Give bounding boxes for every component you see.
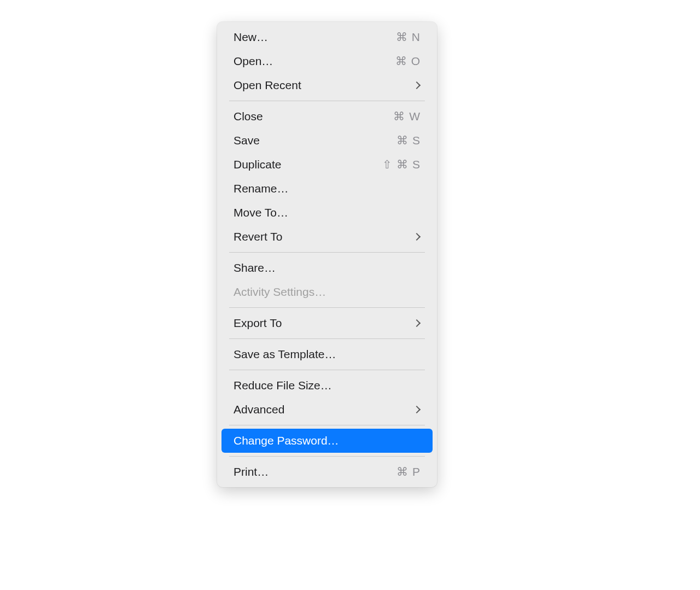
menu-item-label: Revert To bbox=[234, 230, 283, 243]
menu-item-label: Share… bbox=[234, 261, 276, 274]
menu-item-label: Duplicate bbox=[234, 158, 282, 171]
chevron-right-icon bbox=[414, 83, 421, 88]
menu-separator bbox=[229, 456, 425, 457]
menu-item-reduce-file-size[interactable]: Reduce File Size… bbox=[221, 373, 433, 398]
keyboard-shortcut: ⌘ P bbox=[396, 465, 421, 478]
menu-item-change-password[interactable]: Change Password… bbox=[221, 429, 433, 453]
menu-item-label: Export To bbox=[234, 317, 282, 330]
menu-item-label: Rename… bbox=[234, 182, 288, 195]
menu-item-close[interactable]: Close ⌘ W bbox=[221, 104, 433, 128]
menu-item-open[interactable]: Open… ⌘ O bbox=[221, 49, 433, 73]
menu-item-label: Change Password… bbox=[234, 434, 339, 447]
menu-item-open-recent[interactable]: Open Recent bbox=[221, 73, 433, 97]
menu-item-label: Open Recent bbox=[234, 79, 301, 92]
keyboard-shortcut: ⌘ O bbox=[395, 55, 421, 68]
menu-separator bbox=[229, 307, 425, 308]
keyboard-shortcut: ⌘ N bbox=[396, 31, 421, 44]
menu-separator bbox=[229, 370, 425, 370]
menu-item-rename[interactable]: Rename… bbox=[221, 177, 433, 201]
keyboard-shortcut: ⌘ W bbox=[393, 110, 421, 123]
menu-item-label: Advanced bbox=[234, 403, 284, 416]
menu-item-label: Activity Settings… bbox=[234, 285, 326, 299]
menu-item-move-to[interactable]: Move To… bbox=[221, 201, 433, 225]
menu-item-print[interactable]: Print… ⌘ P bbox=[221, 460, 433, 484]
menu-item-save[interactable]: Save ⌘ S bbox=[221, 128, 433, 153]
menu-separator bbox=[229, 338, 425, 339]
menu-item-label: Print… bbox=[234, 465, 269, 478]
chevron-right-icon bbox=[414, 234, 421, 239]
menu-item-duplicate[interactable]: Duplicate ⇧ ⌘ S bbox=[221, 153, 433, 177]
menu-item-label: Save bbox=[234, 134, 260, 147]
menu-item-label: Move To… bbox=[234, 206, 288, 219]
chevron-right-icon bbox=[414, 407, 421, 412]
menu-item-advanced[interactable]: Advanced bbox=[221, 398, 433, 422]
menu-separator bbox=[229, 425, 425, 425]
keyboard-shortcut: ⌘ S bbox=[396, 134, 421, 147]
file-menu: New… ⌘ N Open… ⌘ O Open Recent Close ⌘ W… bbox=[217, 22, 437, 487]
chevron-right-icon bbox=[414, 320, 421, 326]
menu-item-export-to[interactable]: Export To bbox=[221, 311, 433, 335]
menu-item-share[interactable]: Share… bbox=[221, 256, 433, 280]
menu-item-label: Open… bbox=[234, 55, 273, 68]
menu-item-label: Save as Template… bbox=[234, 348, 336, 361]
menu-item-label: Reduce File Size… bbox=[234, 379, 332, 392]
menu-item-new[interactable]: New… ⌘ N bbox=[221, 25, 433, 49]
menu-item-activity-settings: Activity Settings… bbox=[221, 280, 433, 304]
menu-item-save-as-template[interactable]: Save as Template… bbox=[221, 342, 433, 366]
menu-separator bbox=[229, 252, 425, 253]
menu-item-label: New… bbox=[234, 31, 268, 44]
menu-item-label: Close bbox=[234, 110, 263, 123]
menu-separator bbox=[229, 101, 425, 101]
keyboard-shortcut: ⇧ ⌘ S bbox=[382, 158, 421, 171]
menu-item-revert-to[interactable]: Revert To bbox=[221, 225, 433, 249]
